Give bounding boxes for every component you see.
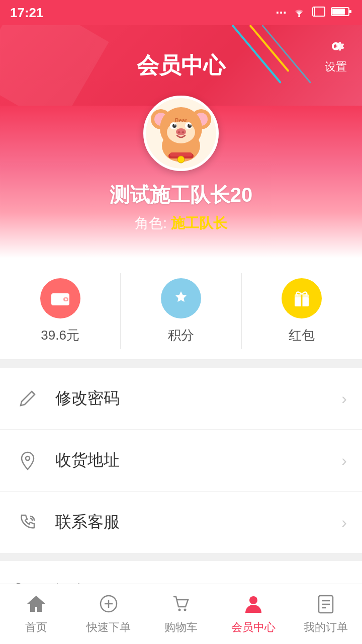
stat-wallet[interactable]: 39.6元 [0, 273, 121, 349]
svg-rect-5 [349, 10, 351, 13]
wallet-icon [49, 287, 71, 309]
nav-home[interactable]: 首页 [0, 584, 72, 644]
arrow-icon: › [341, 451, 347, 470]
wifi-icon [292, 5, 307, 21]
location-icon [15, 448, 40, 473]
svg-text:Bear: Bear [175, 117, 188, 123]
page-header: 会员中心 设置 [0, 25, 362, 106]
nav-member[interactable]: 会员中心 [217, 584, 290, 644]
member-label: 会员中心 [231, 620, 276, 635]
username-display: 测试施工队长20 [110, 181, 253, 209]
menu-item-customer-service[interactable]: 联系客服 › [0, 492, 362, 553]
stat-redpack[interactable]: 红包 [242, 273, 362, 349]
phone-icon [15, 510, 40, 535]
svg-rect-4 [332, 9, 345, 15]
svg-point-18 [174, 124, 176, 126]
arrow-icon: › [341, 513, 347, 532]
points-label: 积分 [168, 327, 194, 344]
edit-icon [15, 386, 40, 411]
svg-point-34 [26, 456, 30, 460]
svg-point-19 [190, 124, 191, 126]
nav-quick-order[interactable]: 快速下单 [72, 584, 145, 644]
sim-icon [312, 5, 326, 21]
svg-point-39 [184, 608, 187, 611]
quick-order-label: 快速下单 [86, 620, 131, 635]
svg-point-40 [249, 596, 257, 604]
settings-label: 设置 [325, 59, 347, 74]
change-password-label: 修改密码 [55, 387, 341, 410]
bottom-navigation: 首页 快速下单 购物车 会员中心 [0, 584, 362, 644]
battery-icon [331, 5, 352, 21]
arrow-icon: › [341, 389, 347, 408]
redpack-label: 红包 [289, 327, 315, 344]
svg-point-30 [65, 298, 67, 300]
gift-icon-circle [282, 278, 322, 318]
orders-icon [315, 594, 337, 617]
menu-section: 修改密码 › 收货地址 › 联系客服 › [0, 368, 362, 553]
status-icons: ··· [276, 5, 352, 21]
avatar: Bear [143, 96, 219, 171]
gear-icon [325, 35, 347, 57]
gift-icon [291, 287, 313, 309]
menu-item-change-password[interactable]: 修改密码 › [0, 368, 362, 430]
orders-label: 我的订单 [304, 620, 348, 635]
nav-cart[interactable]: 购物车 [145, 584, 217, 644]
stats-row: 39.6元 积分 红包 [0, 258, 362, 360]
home-icon [25, 594, 47, 617]
svg-point-38 [178, 608, 181, 611]
page-title: 会员中心 [137, 51, 225, 80]
role-display: 角色: 施工队长 [135, 214, 227, 233]
star-icon [170, 287, 192, 309]
svg-point-22 [182, 131, 185, 133]
menu-item-address[interactable]: 收货地址 › [0, 430, 362, 492]
star-icon-circle [161, 278, 201, 318]
profile-section: Bear 测试施工队长20 角色: 施工队长 [0, 106, 362, 258]
svg-point-25 [177, 156, 185, 163]
svg-point-20 [176, 128, 186, 135]
role-prefix: 角色: [135, 215, 171, 231]
cart-label: 购物车 [164, 620, 198, 635]
address-label: 收货地址 [55, 449, 341, 471]
status-bar: 17:21 ··· [0, 0, 362, 25]
member-icon [242, 594, 264, 617]
nav-my-orders[interactable]: 我的订单 [290, 584, 362, 644]
cart-icon [170, 594, 192, 617]
header-decoration [221, 25, 322, 106]
svg-point-21 [178, 131, 180, 133]
settings-button[interactable]: 设置 [325, 35, 347, 74]
role-value: 施工队长 [171, 215, 227, 231]
signal-icon: ··· [276, 5, 287, 21]
stat-points[interactable]: 积分 [121, 273, 241, 349]
home-label: 首页 [25, 620, 47, 635]
avatar-image: Bear [146, 98, 216, 169]
wallet-value: 39.6元 [41, 327, 79, 344]
svg-point-0 [298, 15, 300, 17]
wallet-icon-circle [40, 278, 80, 318]
time-display: 17:21 [10, 5, 44, 21]
quick-order-icon [98, 594, 120, 617]
customer-service-label: 联系客服 [55, 511, 341, 533]
